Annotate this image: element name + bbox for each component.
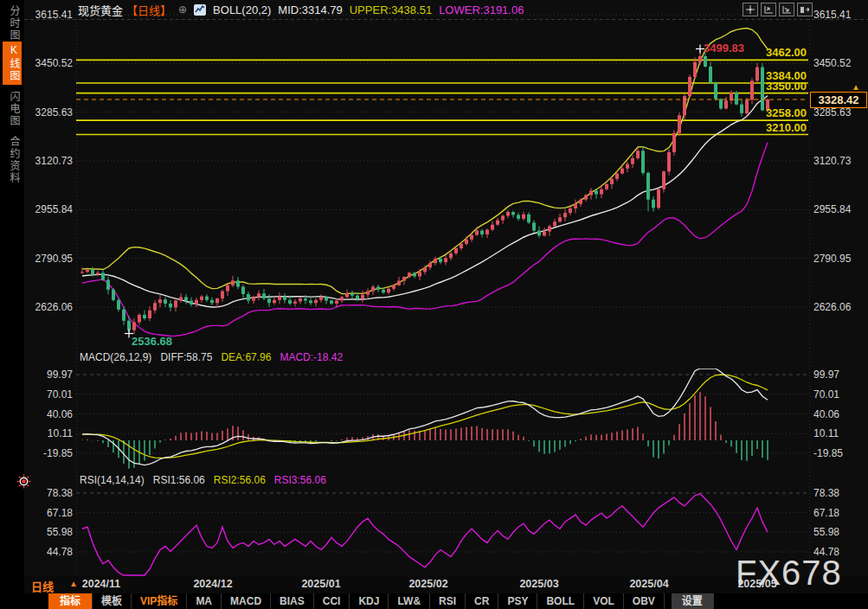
cr-button[interactable]: CR: [466, 593, 498, 609]
price-axis-label: 3120.73: [813, 155, 851, 167]
sidebar-tab-contract-info[interactable]: 合约资料: [3, 133, 22, 187]
price-axis-label: 3450.52: [813, 57, 851, 69]
x-axis-date: 2024/11: [82, 578, 121, 590]
rsi1-value: RSI1:56.06: [153, 474, 205, 486]
price-axis-label: 2790.95: [813, 253, 851, 265]
low-annotation: 2536.68: [132, 335, 172, 348]
level-price-label: 3210.00: [703, 121, 807, 134]
rsi2-value: RSI2:56.06: [214, 474, 266, 486]
macd-axis-label: 10.11: [813, 427, 839, 439]
symbol-title: 现货黄金: [78, 2, 123, 18]
x-axis-date: 2025/03: [519, 578, 558, 590]
crosshair-icon[interactable]: [743, 3, 758, 16]
macd-axis-label: -19.85: [813, 447, 843, 459]
watermark: FX678: [736, 554, 842, 593]
cci-button[interactable]: CCI: [314, 593, 350, 609]
ma-button[interactable]: MA: [187, 593, 222, 609]
boll-upper-value: UPPER:3438.51: [350, 3, 432, 16]
period-tag: 【日线】: [126, 2, 171, 18]
price-up-arrow-icon: ▲: [852, 82, 860, 92]
sidebar-tab-lightning-chart[interactable]: 闪电图: [3, 88, 22, 130]
pan-right-icon[interactable]: [797, 3, 813, 16]
high-annotation: 3499.83: [704, 42, 744, 54]
macd-header: MACD(26,12,9) DIFF:58.75 DEA:67.96 MACD:…: [80, 351, 343, 363]
chart-header: 现货黄金 【日线】 ⊕ BOLL(20,2) MID:3314.79 UPPER…: [24, 0, 868, 19]
add-indicator-icon[interactable]: ⊕: [178, 3, 187, 16]
rsi-axis-label: 78.38: [813, 487, 839, 499]
x-axis-date: 2025/02: [408, 578, 447, 590]
price-axis-label: 2626.06: [813, 301, 851, 313]
vip-indicators-button[interactable]: VIP指标: [132, 593, 187, 609]
indicators-button[interactable]: 指标: [48, 593, 93, 609]
level-price-label: 3258.00: [703, 106, 807, 119]
macd-axis-label: 99.97: [813, 369, 839, 381]
chart-type-icon[interactable]: [194, 4, 206, 16]
vol-button[interactable]: VOL: [584, 593, 624, 609]
rsi-axis-label: 55.98: [813, 526, 839, 538]
period-selector[interactable]: 日线: [31, 578, 54, 594]
indicator-toolbar: 指标模板VIP指标MAMACDBIASCCIKDJLW&RSICRPSYBOLL…: [24, 593, 868, 609]
macd-button[interactable]: MACD: [222, 593, 271, 609]
x-axis-date: 2025/04: [629, 578, 668, 590]
rsi3-value: RSI3:56.06: [274, 474, 326, 486]
boll-mid-value: MID:3314.79: [278, 3, 342, 16]
macd-axis-label: 70.01: [813, 388, 839, 401]
macd-diff-value: DIFF:58.75: [160, 351, 212, 363]
macd-axis-label: 40.06: [813, 408, 839, 420]
x-axis-date: 2025/01: [301, 578, 340, 590]
x-axis-date: 2024/12: [193, 578, 232, 590]
zoom-axis-left-icon[interactable]: [761, 3, 776, 16]
macd-dea-value: DEA:67.96: [221, 351, 271, 363]
sidebar-tab-time-chart[interactable]: 分时图: [3, 3, 22, 44]
left-sidebar: 分时图K线图闪电图合约资料: [0, 0, 24, 609]
macd-macd-value: MACD:-18.42: [280, 351, 343, 363]
settings-button[interactable]: 设置: [672, 593, 714, 609]
chart-tool-icons: [743, 3, 813, 16]
psy-button[interactable]: PSY: [498, 593, 537, 609]
templates-button[interactable]: 模板: [93, 593, 132, 609]
price-axis-label: 2955.84: [813, 203, 851, 215]
lw-button[interactable]: LW&: [389, 593, 430, 609]
macd-title: MACD(26,12,9): [80, 351, 151, 363]
bias-button[interactable]: BIAS: [271, 593, 314, 609]
boll-indicator-label: BOLL(20,2): [213, 3, 271, 16]
rsi-button[interactable]: RSI: [430, 593, 466, 609]
obv-button[interactable]: OBV: [624, 593, 665, 609]
trading-app: 分时图K线图闪电图合约资料 现货黄金 【日线】 ⊕ BOLL(20,2) MID…: [0, 0, 868, 609]
rsi-title: RSI(14,14,14): [80, 474, 145, 486]
rsi-header: RSI(14,14,14) RSI1:56.06 RSI2:56.06 RSI3…: [80, 474, 326, 486]
boll-lower-value: LOWER:3191.06: [439, 3, 524, 16]
current-price-box[interactable]: 3328.42: [810, 92, 867, 108]
boll-button[interactable]: BOLL: [537, 593, 584, 609]
sidebar-tab-kline-chart[interactable]: K线图: [3, 42, 22, 85]
period-arrow-icon[interactable]: ▲: [69, 579, 78, 588]
rsi-axis-label: 67.18: [813, 507, 839, 519]
zoom-axis-right-icon[interactable]: [779, 3, 794, 16]
kdj-button[interactable]: KDJ: [350, 593, 389, 609]
level-price-label: 3350.00: [703, 80, 807, 93]
live-indicator-icon: [16, 474, 31, 492]
